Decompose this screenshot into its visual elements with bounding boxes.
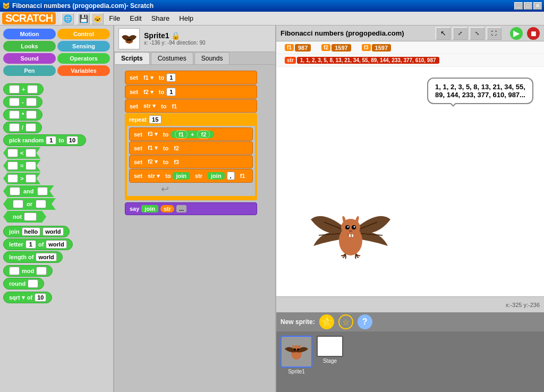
add-sprite-star-button[interactable]: ☆ [338,314,353,329]
tab-sounds[interactable]: Sounds [194,52,230,64]
equal-right[interactable] [26,161,36,170]
comma-input[interactable]: , [227,172,235,180]
cat-looks[interactable]: Looks [3,41,56,52]
less-right[interactable] [26,149,36,157]
or-left[interactable] [13,200,23,208]
stage-thumb[interactable] [317,336,343,357]
save-icon[interactable]: 💾 [77,13,90,24]
and-right[interactable] [37,187,48,195]
set-str2-block[interactable]: set str ▾ to join str join , f1 [129,169,253,183]
not-input[interactable] [24,212,37,221]
menu-help[interactable]: Help [175,13,198,23]
set-f2-block[interactable]: set f2 ▾ to 1 [125,85,257,99]
greater-left[interactable] [7,174,18,183]
random-from-input[interactable]: 1 [46,136,56,144]
sqrt-block[interactable]: sqrt ▾ of 10 [3,292,52,303]
scratch-cat-icon[interactable]: 🐱 [91,13,104,24]
or-right[interactable] [36,200,46,208]
f2-value-input[interactable]: 1 [166,88,176,96]
equal-left[interactable] [7,161,18,170]
div-block[interactable]: / [3,122,42,133]
and-block[interactable]: and [3,185,54,197]
scripts-area[interactable]: set f1 ▾ to 1 set f2 ▾ to 1 set str ▾ to [114,65,275,392]
div-input-right[interactable] [26,123,36,132]
menu-file[interactable]: File [105,13,124,23]
greater-right[interactable] [26,174,36,183]
cat-operators[interactable]: Operators [57,53,110,64]
stretch-tool[interactable]: ⤢ [453,27,468,40]
f3-var-selector[interactable]: f3 ▾ [144,130,161,138]
random-to-input[interactable]: 10 [66,136,78,144]
menu-edit[interactable]: Edit [125,13,146,23]
or-block[interactable]: or [3,198,56,210]
cat-control[interactable]: Control [57,29,110,39]
close-button[interactable]: ✕ [533,2,542,10]
set-str-block[interactable]: set str ▾ to f1 [125,99,257,113]
repeat-block[interactable]: repeat 15 [125,113,257,126]
and-left[interactable] [10,187,20,195]
mod-block[interactable]: mod [3,265,53,277]
cat-variables[interactable]: Variables [57,65,110,76]
not-block[interactable]: not [3,211,46,223]
add-input-right[interactable] [27,85,38,93]
fullscreen-tool[interactable]: ⛶ [487,27,502,40]
add-input-left[interactable] [9,85,20,93]
cat-motion[interactable]: Motion [3,29,56,39]
set-f1-block[interactable]: set f1 ▾ to 1 [125,71,257,84]
length-block[interactable]: length of world [3,251,63,263]
set-f1b-block[interactable]: set f1 ▾ to f2 [129,141,253,155]
less-left[interactable] [7,149,18,157]
round-input[interactable] [28,279,38,288]
f1b-var-selector[interactable]: f1 ▾ [144,144,161,152]
div-input-left[interactable] [9,123,20,132]
add-sprite-random-button[interactable]: ? [358,314,372,329]
set-f3-block[interactable]: set f3 ▾ to f1 + f2 [129,127,253,141]
str2-var-selector[interactable]: str ▾ [144,172,163,180]
cat-sensing[interactable]: Sensing [57,41,110,52]
random-block[interactable]: pick random 1 to 10 [3,134,86,146]
tab-costumes[interactable]: Costumes [151,52,193,64]
letter-of-input[interactable]: world [46,240,66,249]
mul-input-left[interactable] [9,110,20,119]
minimize-button[interactable]: _ [514,2,523,10]
round-block[interactable]: round [3,278,44,289]
shrink-tool[interactable]: ⤡ [470,27,484,40]
greater-block[interactable]: > [3,173,40,184]
f2-var-selector[interactable]: f2 ▾ [140,88,157,96]
green-flag-button[interactable]: ▶ [510,27,523,40]
add-block[interactable]: + [3,83,44,95]
f1-var-selector[interactable]: f1 ▾ [140,74,157,82]
mul-input-right[interactable] [26,110,37,119]
mul-block[interactable]: * [3,109,42,121]
stop-button[interactable]: ⏹ [527,27,540,40]
equal-block[interactable]: = [3,160,40,172]
menu-share[interactable]: Share [147,13,174,23]
say-block[interactable]: say join str ... [125,202,257,215]
join-left-input[interactable]: hello [22,227,41,236]
f2b-var-selector[interactable]: f2 ▾ [144,158,161,166]
join-block[interactable]: join hello world [3,226,70,237]
add-sprite-paint-button[interactable]: ⭐ [319,314,334,329]
mod-right[interactable] [36,267,47,275]
bat-sprite[interactable] [308,190,393,275]
cursor-tool[interactable]: ↖ [436,27,450,40]
cat-sound[interactable]: Sound [3,53,56,64]
letter-num-input[interactable]: 1 [26,240,36,249]
f1-value-input[interactable]: 1 [166,73,176,82]
repeat-count[interactable]: 15 [149,115,162,124]
sprite1-thumb[interactable] [280,336,312,368]
sub-input-left[interactable] [9,98,20,106]
mod-left[interactable] [9,267,20,275]
set-f2b-block[interactable]: set f2 ▾ to f3 [129,155,253,168]
maximize-button[interactable]: □ [524,2,532,10]
sub-block[interactable]: - [3,96,42,108]
length-input[interactable]: world [36,253,56,261]
less-block[interactable]: < [3,147,40,159]
join-right-input[interactable]: world [42,227,63,236]
sub-input-right[interactable] [26,98,37,106]
tab-scripts[interactable]: Scripts [114,52,150,64]
sqrt-input[interactable]: 10 [35,293,46,302]
letter-block[interactable]: letter 1 of world [3,238,73,250]
cat-pen[interactable]: Pen [3,65,56,76]
globe-icon[interactable]: 🌐 [61,13,74,24]
